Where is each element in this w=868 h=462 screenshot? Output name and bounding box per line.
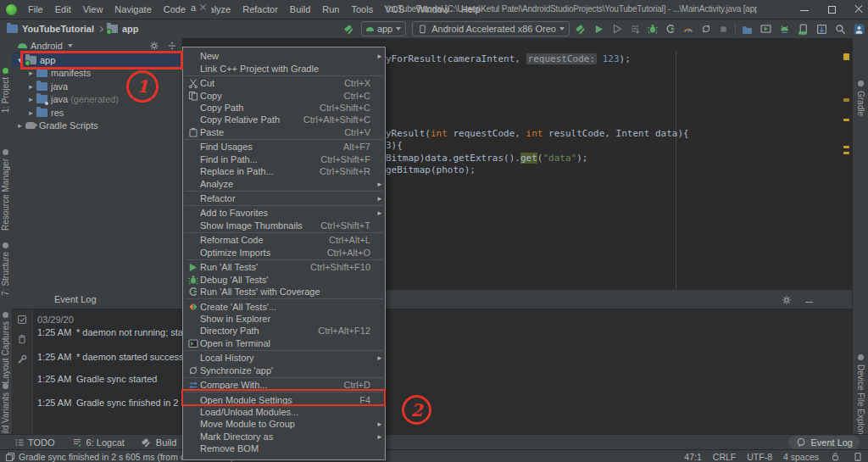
search-icon[interactable] <box>835 24 846 35</box>
trash-icon[interactable] <box>16 333 27 344</box>
log-entry[interactable]: 1:25 AM* daemon started successfully <box>37 352 200 362</box>
tree-item-app[interactable]: ▾app <box>12 53 182 67</box>
apply-changes-icon[interactable] <box>629 24 640 35</box>
stop-icon[interactable] <box>718 24 729 35</box>
menu-item-paste[interactable]: PasteCtrl+V <box>183 126 385 138</box>
coverage-icon[interactable] <box>665 24 676 35</box>
menu-item-local-history[interactable]: Local History▸ <box>183 352 385 364</box>
tool-button-gradle[interactable]: Gradle <box>856 91 865 116</box>
menu-item-copy-path[interactable]: Copy PathCtrl+Shift+C <box>183 102 385 114</box>
menu-navigate[interactable]: Navigate <box>108 1 157 19</box>
menu-item-copy-relative-path[interactable]: Copy Relative PathCtrl+Alt+Shift+C <box>183 114 385 125</box>
attach-debugger-icon[interactable] <box>611 24 622 35</box>
tool-button-layout-captures[interactable]: Layout Captures <box>1 321 10 383</box>
menu-item-optimize-imports[interactable]: Optimize ImportsCtrl+Alt+O <box>183 247 385 259</box>
breadcrumb-module[interactable]: app <box>122 24 139 34</box>
menu-item-find-usages[interactable]: Find UsagesAlt+F7 <box>183 141 385 153</box>
tool-window-button-todo[interactable]: TODO <box>14 437 55 448</box>
menu-item-cut[interactable]: CutCtrl+X <box>183 77 385 89</box>
event-log-button[interactable]: Event Log <box>788 436 860 449</box>
menu-item-copy[interactable]: CopyCtrl+C <box>183 89 385 101</box>
run-icon[interactable] <box>593 24 604 35</box>
menu-item-load-unload-modules[interactable]: Load/Unload Modules... <box>183 406 385 418</box>
menu-item-directory-path[interactable]: Directory PathCtrl+Alt+F12 <box>183 325 385 337</box>
log-entry[interactable]: 03/29/20 <box>37 314 74 325</box>
tree-item-java[interactable]: ▸java(generated) <box>12 93 182 107</box>
menu-item-run-all-tests-with-coverage[interactable]: Run 'All Tests' with Coverage <box>183 286 385 298</box>
tree-collapse-arrow-icon[interactable]: ▸ <box>14 121 25 130</box>
debug-icon[interactable] <box>647 24 658 35</box>
run-config-select[interactable]: app <box>361 21 406 36</box>
logcat-monitor-icon[interactable] <box>760 24 771 35</box>
tree-collapse-arrow-icon[interactable]: ▸ <box>25 95 36 103</box>
wrench-icon[interactable] <box>16 353 27 365</box>
build-hammer-icon[interactable] <box>344 24 355 35</box>
tool-button-resource-manager[interactable]: Resource Manager <box>1 159 10 231</box>
menu-run[interactable]: Run <box>316 1 345 19</box>
event-log-settings-gear-icon[interactable] <box>781 294 792 305</box>
tab-close-icon[interactable] <box>200 4 206 10</box>
menu-item-run-all-tests[interactable]: Run 'All Tests'Ctrl+Shift+F10 <box>183 261 385 273</box>
tree-collapse-arrow-icon[interactable]: ▸ <box>25 69 36 77</box>
lock-icon[interactable] <box>830 451 841 462</box>
file-encoding[interactable]: UTF-8 <box>747 452 772 462</box>
tool-window-switcher-icon[interactable] <box>4 451 15 462</box>
menu-item-new[interactable]: New▸ <box>183 50 385 62</box>
tool-window-button-build[interactable]: Build <box>142 437 176 448</box>
project-view-selector[interactable]: Android <box>31 41 63 51</box>
device-select[interactable]: Android Accelerated x86 Oreo <box>412 21 570 36</box>
editor-tab[interactable]: a <box>186 1 211 14</box>
minimize-panel-icon[interactable] <box>805 302 813 303</box>
menu-edit[interactable]: Edit <box>49 1 77 19</box>
menu-item-reformat-code[interactable]: Reformat CodeCtrl+Alt+L <box>183 234 385 246</box>
indent-setting[interactable]: 4 spaces <box>783 452 819 462</box>
device-folder-icon[interactable] <box>742 24 753 35</box>
tree-item-res[interactable]: ▸res <box>12 106 182 120</box>
tool-button--structure[interactable]: 7: Structure <box>1 252 10 296</box>
menu-file[interactable]: File <box>22 1 49 19</box>
tree-collapse-arrow-icon[interactable]: ▸ <box>25 109 36 117</box>
sync-project-icon[interactable] <box>816 24 827 35</box>
caret-position[interactable]: 47:1 <box>684 452 701 462</box>
menu-item-remove-bom[interactable]: Remove BOM <box>183 443 385 454</box>
settings-gear-icon[interactable] <box>148 40 159 51</box>
menu-item-mark-directory-as[interactable]: Mark Directory as▸ <box>183 431 385 443</box>
breadcrumb-project[interactable]: YouTubeTutorial <box>22 24 94 34</box>
menu-tools[interactable]: Tools <box>345 1 379 19</box>
collapse-all-icon[interactable] <box>166 40 177 51</box>
menu-item-synchronize-app[interactable]: Synchronize 'app' <box>183 365 385 376</box>
tool-button-device-file-explorer[interactable]: Device File Explorer <box>856 365 865 440</box>
menu-item-open-module-settings[interactable]: Open Module SettingsF4 <box>183 393 385 405</box>
build-hammer-icon[interactable] <box>576 24 587 35</box>
menu-item-add-to-favorites[interactable]: Add to Favorites▸ <box>183 207 385 219</box>
menu-item-link-c-project-with-gradle[interactable]: Link C++ Project with Gradle <box>183 62 385 74</box>
menu-build[interactable]: Build <box>284 1 316 19</box>
device-phone-icon[interactable] <box>798 24 809 35</box>
log-entry[interactable]: 1:25 AMGradle sync started <box>37 374 157 384</box>
menu-item-create-all-tests[interactable]: Create 'All Tests'... <box>183 300 385 312</box>
minimize-icon[interactable] <box>800 5 809 14</box>
tree-item-manifests[interactable]: ▸manifests <box>12 67 182 81</box>
menu-item-find-in-path[interactable]: Find in Path...Ctrl+Shift+F <box>183 153 385 165</box>
menu-item-compare-with[interactable]: Compare With...Ctrl+D <box>183 379 385 391</box>
maximize-icon[interactable] <box>827 5 836 14</box>
menu-refactor[interactable]: Refactor <box>236 1 284 19</box>
menu-item-replace-in-path[interactable]: Replace in Path...Ctrl+Shift+R <box>183 165 385 177</box>
emulator-icon[interactable] <box>852 451 863 462</box>
profiler-icon[interactable] <box>682 24 693 35</box>
menu-item-refactor[interactable]: Refactor▸ <box>183 192 385 204</box>
tool-button--project[interactable]: 1: Project <box>1 77 10 113</box>
line-separator[interactable]: CRLF <box>713 452 736 462</box>
tree-collapse-arrow-icon[interactable]: ▸ <box>25 82 36 91</box>
menu-item-analyze[interactable]: Analyze▸ <box>183 177 385 189</box>
sdk-manager-icon[interactable] <box>779 24 790 35</box>
menu-item-move-module-to-group[interactable]: Move Module to Group▸ <box>183 418 385 430</box>
avatar-icon[interactable] <box>854 24 865 35</box>
menu-item-show-in-explorer[interactable]: Show in Explorer <box>183 313 385 325</box>
checkmark-icon[interactable] <box>16 314 27 325</box>
tree-item-gradle-scripts[interactable]: ▸Gradle Scripts <box>12 120 182 133</box>
menu-item-debug-all-tests[interactable]: Debug 'All Tests' <box>183 273 385 285</box>
menu-view[interactable]: View <box>77 1 109 19</box>
sync-icon[interactable] <box>700 24 711 35</box>
menu-item-show-image-thumbnails[interactable]: Show Image ThumbnailsCtrl+Shift+T <box>183 220 385 231</box>
